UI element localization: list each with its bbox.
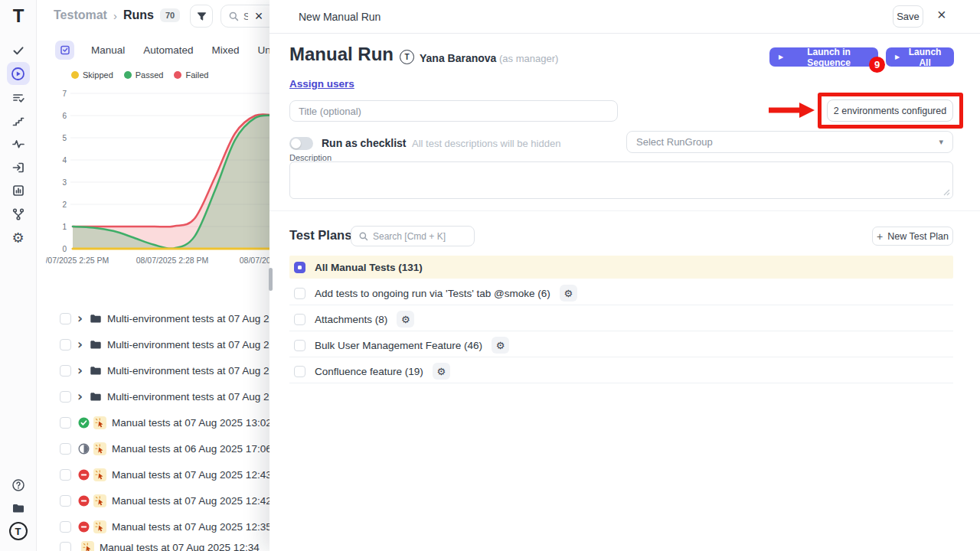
run-title[interactable]: Manual tests at 07 Aug 2025 12:43 [112, 469, 270, 481]
expand-chevron-icon[interactable]: › [77, 390, 83, 403]
plan-settings-gear-icon[interactable]: ⚙ [560, 285, 577, 302]
test-plan-row[interactable]: Attachments (8)⚙ [289, 308, 953, 331]
run-row[interactable]: Manual tests at 07 Aug 2025 13:02from [37, 409, 270, 435]
tab-manual[interactable]: Manual [82, 40, 134, 60]
run-title[interactable]: Manual tests at 06 Aug 2025 17:06 [112, 443, 270, 455]
tab-mixed[interactable]: Mixed [203, 40, 249, 60]
tab-unfinished[interactable]: Unfinished [249, 40, 270, 60]
row-checkbox[interactable] [60, 339, 71, 350]
row-checkbox[interactable] [60, 443, 71, 455]
row-checkbox[interactable] [60, 495, 71, 507]
resize-handle-icon[interactable] [943, 189, 950, 196]
test-plan-row[interactable]: Confluence feature (19)⚙ [289, 360, 953, 383]
pulse-icon[interactable] [7, 132, 30, 155]
plan-settings-gear-icon[interactable]: ⚙ [492, 337, 509, 354]
run-title-input[interactable] [289, 100, 618, 122]
expand-chevron-icon[interactable]: › [77, 364, 83, 377]
run-folder-row[interactable]: ›Multi-environment tests at 07 Aug 2025 [37, 305, 270, 331]
run-row[interactable]: Manual tests at 06 Aug 2025 17:0613 [37, 435, 270, 461]
projects-folder-icon[interactable] [7, 497, 30, 520]
run-title[interactable]: Manual tests at 07 Aug 2025 12:34 [100, 542, 260, 551]
run-title[interactable]: Manual tests at 07 Aug 2025 13:02 [112, 417, 270, 429]
close-icon[interactable]: × [937, 7, 946, 22]
search-clear-icon[interactable]: × [248, 5, 270, 27]
row-checkbox[interactable] [60, 521, 71, 533]
play-icon: ▶ [779, 54, 783, 60]
plan-checkbox[interactable] [294, 340, 305, 351]
row-checkbox[interactable] [60, 542, 71, 551]
row-checkbox[interactable] [60, 391, 71, 403]
run-title[interactable]: Manual tests at 07 Aug 2025 12:35 [112, 521, 270, 533]
checklist-hint: All test descriptions will be hidden [412, 138, 560, 149]
svg-text:7: 7 [62, 90, 67, 98]
filter-button[interactable] [190, 5, 213, 28]
run-title[interactable]: Multi-environment tests at 07 Aug 2025 [107, 365, 270, 377]
expand-chevron-icon[interactable]: › [77, 338, 83, 351]
status-progress-icon [78, 443, 90, 455]
assign-users-link[interactable]: Assign users [289, 78, 354, 90]
help-icon[interactable] [7, 474, 30, 497]
scrollbar-thumb[interactable] [269, 268, 273, 291]
run-as-checklist-toggle[interactable] [289, 137, 313, 150]
svg-text:1: 1 [62, 223, 67, 231]
test-plans-search[interactable] [351, 226, 475, 246]
manual-run-icon [81, 541, 94, 551]
plan-settings-gear-icon[interactable]: ⚙ [397, 311, 414, 328]
new-test-plan-button[interactable]: + New Test Plan [872, 227, 953, 246]
launch-all-button[interactable]: ▶ Launch All [886, 47, 954, 67]
tab-automated[interactable]: Automated [134, 40, 202, 60]
settings-gear-icon[interactable]: ⚙ [7, 227, 30, 249]
test-plans-search-field[interactable] [373, 231, 457, 242]
run-title[interactable]: Multi-environment tests at 07 Aug 2025 [107, 313, 270, 324]
svg-text:5: 5 [62, 134, 67, 142]
plan-checkbox[interactable] [294, 366, 305, 377]
description-textarea[interactable] [289, 161, 953, 199]
run-folder-row[interactable]: ›Multi-environment tests at 07 Aug 2025 [37, 383, 270, 409]
test-plan-row[interactable]: Add tests to ongoing run via 'Tests' tab… [289, 282, 953, 305]
row-checkbox[interactable] [60, 313, 71, 324]
runs-play-icon[interactable] [7, 62, 30, 85]
run-folder-row[interactable]: ›Multi-environment tests at 07 Aug 2025 [37, 357, 270, 383]
check-icon[interactable] [7, 39, 30, 62]
import-icon[interactable] [7, 156, 30, 179]
branch-icon[interactable] [7, 203, 30, 226]
run-row[interactable]: Manual tests at 07 Aug 2025 12:42from [37, 487, 270, 514]
steps-icon[interactable] [7, 109, 30, 132]
plan-label: All Manual Tests (131) [315, 262, 423, 273]
expand-chevron-icon[interactable]: › [77, 312, 83, 325]
launch-in-sequence-button[interactable]: ▶ Launch in Sequence [769, 47, 878, 67]
run-folder-row[interactable]: ›Multi-environment tests at 07 Aug 2025 [37, 331, 270, 357]
row-checkbox[interactable] [60, 417, 71, 429]
manual-run-icon [93, 520, 106, 533]
manual-run-icon [93, 468, 106, 481]
row-checkbox[interactable] [60, 365, 71, 377]
plan-checkbox[interactable] [294, 262, 305, 273]
test-plan-row[interactable]: Bulk User Management Feature (46)⚙ [289, 334, 953, 357]
run-title[interactable]: Manual tests at 07 Aug 2025 12:42 [112, 495, 270, 507]
save-button[interactable]: Save [893, 5, 923, 28]
plan-label: Attachments (8) [315, 314, 387, 325]
page-title: Manual Run [289, 44, 394, 65]
analytics-icon[interactable] [7, 179, 30, 202]
folder-icon [90, 364, 102, 377]
logo-circle-icon[interactable]: T [7, 520, 30, 543]
run-title[interactable]: Multi-environment tests at 07 Aug 2025 [107, 339, 270, 350]
svg-text:2: 2 [62, 201, 67, 209]
plan-settings-gear-icon[interactable]: ⚙ [433, 363, 450, 380]
test-plans-list-icon[interactable] [7, 86, 30, 109]
checklist-tab-icon[interactable] [55, 41, 74, 60]
rungroup-select[interactable]: Select RunGroup ▾ [626, 131, 953, 153]
app-logo-icon[interactable]: T [0, 3, 37, 29]
status-failed-icon [78, 521, 90, 533]
run-title[interactable]: Multi-environment tests at 07 Aug 2025 [107, 391, 270, 403]
row-checkbox[interactable] [60, 469, 71, 481]
owner-avatar: T [400, 50, 414, 64]
plan-checkbox[interactable] [294, 288, 305, 299]
folder-icon [90, 338, 102, 350]
plan-checkbox[interactable] [294, 314, 305, 325]
test-plan-row[interactable]: All Manual Tests (131) [289, 256, 953, 279]
run-row[interactable]: Manual tests at 07 Aug 2025 12:34 [37, 534, 270, 551]
breadcrumb-project[interactable]: Testomat [54, 8, 107, 22]
run-row[interactable]: Manual tests at 07 Aug 2025 12:43from [37, 461, 270, 487]
run-list: ›Multi-environment tests at 07 Aug 2025›… [37, 305, 270, 551]
